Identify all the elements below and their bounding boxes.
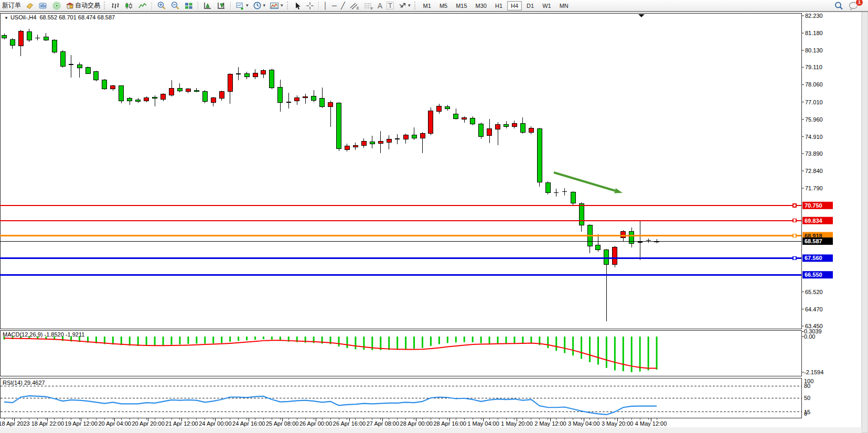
line-chart-type-button[interactable] [136,1,149,11]
bull-candle [613,247,617,264]
equidistant-channel-icon: E [349,2,359,10]
price-tick-label: 72.840 [805,168,823,174]
timeframe-button-M15[interactable]: M15 [452,1,470,10]
dropdown-arrow-icon: ▾ [281,3,283,8]
horizontal-line-tool-button[interactable]: ─ [330,1,338,11]
chart-shift-button[interactable] [201,1,214,11]
bear-candle [194,90,199,92]
bull-candle [328,102,333,106]
tag-button[interactable] [24,1,36,11]
bear-candle [52,40,57,52]
text-label-icon: T [387,2,394,9]
bear-candle [520,123,525,132]
bear-candle [370,142,374,144]
notifications-button[interactable]: 1 [846,1,860,11]
bull-candle [303,96,308,98]
accounts-button[interactable] [37,1,49,11]
bull-candle [353,145,358,147]
timeframe-button-H1[interactable]: H1 [491,1,506,10]
bear-candle [504,124,509,126]
time-axis[interactable]: 18 Apr 202318 Apr 22:0019 Apr 12:0020 Ap… [0,418,667,427]
arrow-objects-icon [398,2,407,10]
bear-candle [579,203,584,225]
new-order-button[interactable]: 新订单 [1,1,23,11]
signal-button[interactable] [50,1,63,11]
periodicity-button[interactable]: ▾ [251,1,267,11]
chart-canvas[interactable]: 82.23081.18080.13079.11078.06077.01075.9… [0,0,868,433]
candlestick-type-button[interactable] [123,1,135,11]
bull-candle [462,117,467,119]
level-price-label: 69.834 [805,218,823,224]
price-pane [0,14,801,321]
time-axis-label: 20 Apr 20:00 [132,420,164,427]
timeframe-button-W1[interactable]: W1 [539,1,555,10]
bull-candle [621,232,626,238]
rsi-pane: 1008050150 [1,378,813,417]
price-tick-label: 79.110 [805,64,822,70]
bull-candle [228,74,232,92]
auto-scroll-button[interactable] [215,1,228,11]
bull-candle [437,106,442,111]
cursor-tool-button[interactable] [292,1,303,11]
bull-candle [529,128,533,132]
tile-windows-button[interactable] [183,1,195,11]
main-toolbar: 新订单 自动交易 ▾ ▾ [0,0,868,12]
zoom-in-button[interactable] [155,1,168,11]
chart-ohlc-values: 68.552 68.701 68.474 68.587 [39,14,115,20]
add-indicator-button[interactable]: ▾ [234,1,250,11]
bull-candle [403,135,408,139]
chart-dropdown-icon[interactable]: ▼ [4,16,8,20]
bull-candle [378,141,383,143]
time-axis-label: 21 Apr 12:00 [165,420,198,427]
search-button[interactable] [832,1,845,11]
bull-candle [18,31,23,46]
timeframe-button-M1[interactable]: M1 [420,1,435,10]
text-tool-button[interactable]: A [376,1,384,11]
bear-candle [320,99,325,106]
text-label-tool-button[interactable]: T [385,1,395,11]
tag-icon [25,2,34,10]
zoom-out-button[interactable] [169,1,181,11]
add-indicator-icon [235,2,245,10]
trend-arrow-head [614,188,623,193]
chart-shift-marker [638,14,645,17]
bull-candle [211,98,216,102]
templates-button[interactable]: ▾ [268,1,285,11]
auto-trading-button[interactable]: 自动交易 [64,1,102,11]
bar-chart-type-button[interactable] [109,1,122,11]
crosshair-tool-button[interactable] [304,1,316,11]
time-axis-label: 24 Apr 00:00 [199,420,231,427]
macd-signal-line [4,338,657,368]
bull-candle [361,141,366,145]
bear-candle [270,70,274,88]
channel-tool-button[interactable]: E [348,1,361,11]
price-axis[interactable]: 82.23081.18080.13079.11078.06077.01075.9… [801,13,833,329]
timeframe-button-MN[interactable]: MN [556,1,572,10]
timeframe-button-H4[interactable]: H4 [507,1,522,10]
bull-candle [512,123,517,126]
macd-axis-label: -2.1594 [804,369,823,375]
bear-candle [545,183,550,193]
arrows-tool-button[interactable]: ▾ [397,1,412,11]
crosshair-icon [306,2,314,10]
bull-candle [428,111,433,133]
bull-candle [345,146,349,149]
bear-candle [470,118,475,124]
fibonacci-tool-button[interactable]: F [362,1,375,11]
auto-scroll-icon [217,2,226,10]
bull-candle [186,89,190,91]
trendline-tool-button[interactable]: ╱ [339,1,347,11]
timeframe-button-M30[interactable]: M30 [472,1,490,10]
chart-title[interactable]: ▼USOil-,H468.552 68.701 68.474 68.587 [4,14,115,20]
bear-candle [202,91,207,102]
bear-candle [153,97,157,99]
timeframe-button-D1[interactable]: D1 [523,1,538,10]
vertical-line-tool-button[interactable]: │ [322,1,329,11]
timeframe-button-M5[interactable]: M5 [436,1,451,10]
auto-trading-label: 自动交易 [75,1,100,10]
bull-candle [253,73,258,77]
rsi-indicator-label: RSI(14) 29.4627 [3,380,45,386]
text-icon: A [378,2,382,9]
bull-candle [487,128,492,135]
time-axis-label: 28 Apr 16:00 [434,420,466,427]
